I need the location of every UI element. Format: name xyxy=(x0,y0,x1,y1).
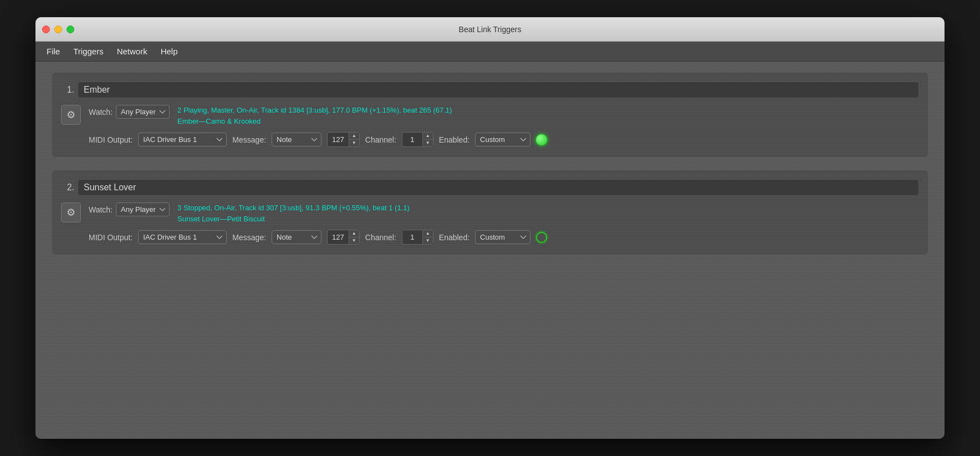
track-name-input-1[interactable] xyxy=(78,82,919,98)
watch-group-2: Watch: Any Player xyxy=(89,202,170,216)
channel-down-2[interactable]: ▼ xyxy=(423,237,433,244)
status-indicator-2 xyxy=(536,232,547,243)
traffic-lights xyxy=(42,26,74,33)
close-button[interactable] xyxy=(42,26,50,33)
note-number-1: 127 ▲ ▼ xyxy=(327,132,360,147)
track-name-row-1: 1. xyxy=(61,82,919,98)
midi-output-select-1[interactable]: IAC Driver Bus 1 xyxy=(138,133,227,146)
trigger-block-1: 1. ⚙ Watch: Any Player 2 Playing, Master… xyxy=(52,73,928,157)
menu-help[interactable]: Help xyxy=(154,44,185,58)
watch-select-1[interactable]: Any Player xyxy=(116,105,170,119)
gear-button-1[interactable]: ⚙ xyxy=(61,105,81,125)
message-label-2: Message: xyxy=(232,233,266,242)
channel-value-1: 1 xyxy=(402,133,422,146)
midi-output-label-2: MIDI Output: xyxy=(89,233,132,242)
status-row-2: ⚙ Watch: Any Player 3 Stopped, On-Air, T… xyxy=(61,202,919,224)
watch-label-2: Watch: xyxy=(89,205,113,214)
main-window: Beat Link Triggers File Triggers Network… xyxy=(35,17,945,439)
note-down-1[interactable]: ▼ xyxy=(349,140,359,146)
menu-network[interactable]: Network xyxy=(110,44,154,58)
channel-label-2: Channel: xyxy=(365,233,396,242)
channel-value-2: 1 xyxy=(402,231,422,244)
enabled-label-2: Enabled: xyxy=(439,233,469,242)
track-name-input-2[interactable] xyxy=(78,179,919,196)
menu-triggers[interactable]: Triggers xyxy=(67,44,110,58)
maximize-button[interactable] xyxy=(67,26,74,33)
menubar: File Triggers Network Help xyxy=(35,42,945,62)
midi-row-1: MIDI Output: IAC Driver Bus 1 Message: N… xyxy=(89,132,919,147)
midi-row-2: MIDI Output: IAC Driver Bus 1 Message: N… xyxy=(89,230,919,245)
status-indicator-1 xyxy=(536,134,547,145)
enabled-select-1[interactable]: Custom xyxy=(475,133,530,146)
note-up-2[interactable]: ▲ xyxy=(349,230,359,237)
status-line1-1: 2 Playing, Master, On-Air, Track id 1384… xyxy=(177,105,919,116)
message-select-1[interactable]: Note xyxy=(272,133,321,146)
note-down-2[interactable]: ▼ xyxy=(349,237,359,244)
trigger-number-2: 2. xyxy=(61,183,74,192)
status-text-1: 2 Playing, Master, On-Air, Track id 1384… xyxy=(177,105,919,126)
channel-spin-1: ▲ ▼ xyxy=(422,133,433,146)
status-row-1: ⚙ Watch: Any Player 2 Playing, Master, O… xyxy=(61,105,919,126)
gear-button-2[interactable]: ⚙ xyxy=(61,202,81,222)
message-label-1: Message: xyxy=(232,135,266,144)
menu-file[interactable]: File xyxy=(40,44,67,58)
channel-down-1[interactable]: ▼ xyxy=(423,140,433,146)
watch-label-1: Watch: xyxy=(89,108,113,116)
minimize-button[interactable] xyxy=(54,26,62,33)
status-line1-2: 3 Stopped, On-Air, Track id 307 [3:usb],… xyxy=(177,202,919,214)
note-spin-1: ▲ ▼ xyxy=(349,133,359,146)
note-up-1[interactable]: ▲ xyxy=(349,133,359,140)
midi-output-label-1: MIDI Output: xyxy=(89,135,132,144)
message-select-2[interactable]: Note xyxy=(272,230,321,244)
channel-spin-2: ▲ ▼ xyxy=(422,230,433,244)
note-value-1: 127 xyxy=(328,133,349,146)
channel-number-2: 1 ▲ ▼ xyxy=(402,230,433,245)
track-name-row-2: 2. xyxy=(61,179,919,196)
enabled-label-1: Enabled: xyxy=(439,135,469,144)
channel-up-1[interactable]: ▲ xyxy=(423,133,433,140)
status-line2-1: Ember—Camo & Krooked xyxy=(177,116,919,127)
enabled-select-2[interactable]: Custom xyxy=(475,230,530,244)
watch-group-1: Watch: Any Player xyxy=(89,105,170,119)
status-line2-2: Sunset Lover—Petit Biscuit xyxy=(177,214,919,225)
main-content: 1. ⚙ Watch: Any Player 2 Playing, Master… xyxy=(35,62,945,439)
note-number-2: 127 ▲ ▼ xyxy=(327,230,360,245)
watch-select-2[interactable]: Any Player xyxy=(116,202,170,216)
titlebar: Beat Link Triggers xyxy=(35,17,945,42)
window-title: Beat Link Triggers xyxy=(459,25,522,34)
channel-number-1: 1 ▲ ▼ xyxy=(402,132,433,147)
trigger-block-2: 2. ⚙ Watch: Any Player 3 Stopped, On-Air… xyxy=(52,170,928,255)
note-spin-2: ▲ ▼ xyxy=(349,230,359,244)
channel-label-1: Channel: xyxy=(365,135,396,144)
trigger-number-1: 1. xyxy=(61,85,74,95)
note-value-2: 127 xyxy=(328,231,349,244)
midi-output-select-2[interactable]: IAC Driver Bus 1 xyxy=(138,230,227,244)
status-text-2: 3 Stopped, On-Air, Track id 307 [3:usb],… xyxy=(177,202,919,224)
channel-up-2[interactable]: ▲ xyxy=(423,230,433,237)
